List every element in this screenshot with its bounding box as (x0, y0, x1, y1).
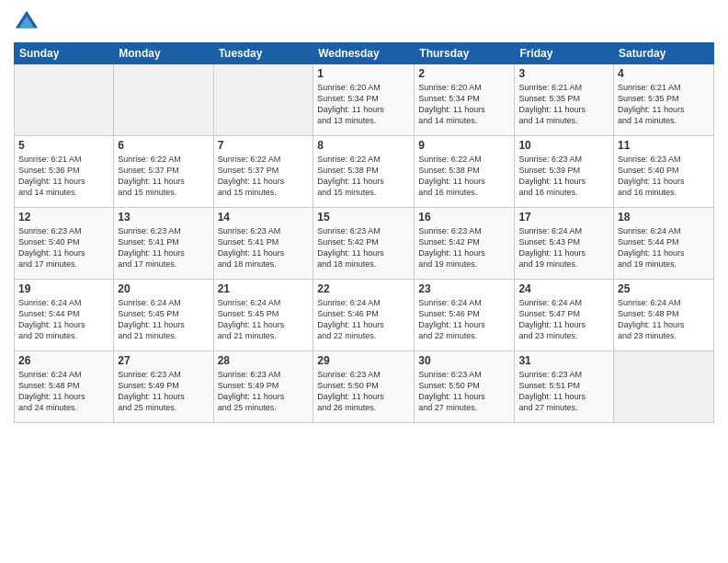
day-info: Sunrise: 6:23 AM Sunset: 5:42 PM Dayligh… (418, 225, 510, 270)
week-row-4: 19Sunrise: 6:24 AM Sunset: 5:44 PM Dayli… (15, 280, 714, 351)
weekday-header-thursday: Thursday (415, 43, 515, 64)
week-row-3: 12Sunrise: 6:23 AM Sunset: 5:40 PM Dayli… (15, 208, 714, 280)
day-info: Sunrise: 6:23 AM Sunset: 5:50 PM Dayligh… (317, 369, 410, 414)
weekday-header-monday: Monday (114, 43, 213, 64)
calendar-cell: 21Sunrise: 6:24 AM Sunset: 5:45 PM Dayli… (213, 280, 313, 351)
day-info: Sunrise: 6:22 AM Sunset: 5:37 PM Dayligh… (118, 154, 209, 199)
day-number: 15 (317, 211, 410, 224)
calendar-cell: 16Sunrise: 6:23 AM Sunset: 5:42 PM Dayli… (415, 208, 515, 280)
calendar-cell: 8Sunrise: 6:22 AM Sunset: 5:38 PM Daylig… (313, 136, 415, 208)
day-number: 16 (418, 211, 510, 224)
day-info: Sunrise: 6:24 AM Sunset: 5:43 PM Dayligh… (518, 225, 609, 270)
day-info: Sunrise: 6:24 AM Sunset: 5:45 PM Dayligh… (218, 297, 310, 342)
calendar-cell: 2Sunrise: 6:20 AM Sunset: 5:34 PM Daylig… (415, 64, 515, 136)
calendar-cell: 31Sunrise: 6:23 AM Sunset: 5:51 PM Dayli… (515, 351, 614, 423)
day-info: Sunrise: 6:23 AM Sunset: 5:40 PM Dayligh… (618, 154, 710, 199)
day-info: Sunrise: 6:24 AM Sunset: 5:44 PM Dayligh… (18, 297, 109, 342)
day-number: 27 (118, 354, 209, 367)
calendar-cell: 9Sunrise: 6:22 AM Sunset: 5:38 PM Daylig… (415, 136, 515, 208)
day-info: Sunrise: 6:20 AM Sunset: 5:34 PM Dayligh… (418, 82, 510, 127)
calendar-cell: 29Sunrise: 6:23 AM Sunset: 5:50 PM Dayli… (313, 351, 415, 423)
calendar-cell: 12Sunrise: 6:23 AM Sunset: 5:40 PM Dayli… (15, 208, 114, 280)
calendar-cell: 23Sunrise: 6:24 AM Sunset: 5:46 PM Dayli… (415, 280, 515, 351)
calendar-cell (15, 64, 114, 136)
day-number: 2 (418, 67, 510, 80)
calendar-cell: 26Sunrise: 6:24 AM Sunset: 5:48 PM Dayli… (15, 351, 114, 423)
day-number: 31 (518, 354, 609, 367)
day-number: 12 (18, 211, 109, 224)
day-number: 30 (418, 354, 510, 367)
day-info: Sunrise: 6:23 AM Sunset: 5:39 PM Dayligh… (518, 154, 609, 199)
day-info: Sunrise: 6:24 AM Sunset: 5:46 PM Dayligh… (418, 297, 510, 342)
day-info: Sunrise: 6:21 AM Sunset: 5:35 PM Dayligh… (618, 82, 710, 127)
weekday-header-friday: Friday (515, 43, 614, 64)
day-number: 6 (118, 139, 209, 152)
day-number: 17 (518, 211, 609, 224)
calendar-cell: 18Sunrise: 6:24 AM Sunset: 5:44 PM Dayli… (614, 208, 714, 280)
day-info: Sunrise: 6:24 AM Sunset: 5:45 PM Dayligh… (118, 297, 209, 342)
day-info: Sunrise: 6:23 AM Sunset: 5:40 PM Dayligh… (18, 225, 109, 270)
weekday-header-row: SundayMondayTuesdayWednesdayThursdayFrid… (15, 43, 714, 64)
calendar-cell: 15Sunrise: 6:23 AM Sunset: 5:42 PM Dayli… (313, 208, 415, 280)
day-info: Sunrise: 6:21 AM Sunset: 5:35 PM Dayligh… (518, 82, 609, 127)
calendar-cell: 20Sunrise: 6:24 AM Sunset: 5:45 PM Dayli… (114, 280, 213, 351)
calendar-cell: 19Sunrise: 6:24 AM Sunset: 5:44 PM Dayli… (15, 280, 114, 351)
calendar-cell: 24Sunrise: 6:24 AM Sunset: 5:47 PM Dayli… (515, 280, 614, 351)
calendar-cell: 1Sunrise: 6:20 AM Sunset: 5:34 PM Daylig… (313, 64, 415, 136)
logo-icon (14, 9, 40, 35)
day-number: 24 (518, 282, 609, 295)
day-number: 5 (18, 139, 109, 152)
day-number: 9 (418, 139, 510, 152)
weekday-header-wednesday: Wednesday (313, 43, 415, 64)
calendar-cell: 3Sunrise: 6:21 AM Sunset: 5:35 PM Daylig… (515, 64, 614, 136)
calendar: SundayMondayTuesdayWednesdayThursdayFrid… (14, 42, 714, 423)
day-info: Sunrise: 6:24 AM Sunset: 5:48 PM Dayligh… (618, 297, 710, 342)
weekday-header-saturday: Saturday (614, 43, 714, 64)
header (14, 9, 714, 35)
day-info: Sunrise: 6:23 AM Sunset: 5:49 PM Dayligh… (218, 369, 310, 414)
day-number: 21 (218, 282, 310, 295)
day-info: Sunrise: 6:23 AM Sunset: 5:41 PM Dayligh… (118, 225, 209, 270)
weekday-header-tuesday: Tuesday (213, 43, 313, 64)
calendar-cell: 27Sunrise: 6:23 AM Sunset: 5:49 PM Dayli… (114, 351, 213, 423)
calendar-cell (114, 64, 213, 136)
day-info: Sunrise: 6:23 AM Sunset: 5:50 PM Dayligh… (418, 369, 510, 414)
day-info: Sunrise: 6:21 AM Sunset: 5:36 PM Dayligh… (18, 154, 109, 199)
calendar-cell: 17Sunrise: 6:24 AM Sunset: 5:43 PM Dayli… (515, 208, 614, 280)
day-number: 26 (18, 354, 109, 367)
calendar-cell: 22Sunrise: 6:24 AM Sunset: 5:46 PM Dayli… (313, 280, 415, 351)
day-number: 10 (518, 139, 609, 152)
day-number: 11 (618, 139, 710, 152)
day-number: 23 (418, 282, 510, 295)
day-info: Sunrise: 6:22 AM Sunset: 5:38 PM Dayligh… (418, 154, 510, 199)
day-info: Sunrise: 6:23 AM Sunset: 5:51 PM Dayligh… (518, 369, 609, 414)
calendar-cell (213, 64, 313, 136)
calendar-cell: 5Sunrise: 6:21 AM Sunset: 5:36 PM Daylig… (15, 136, 114, 208)
logo (14, 9, 41, 35)
day-info: Sunrise: 6:22 AM Sunset: 5:37 PM Dayligh… (218, 154, 310, 199)
day-number: 28 (218, 354, 310, 367)
day-number: 19 (18, 282, 109, 295)
day-number: 1 (317, 67, 410, 80)
day-number: 13 (118, 211, 209, 224)
calendar-cell: 14Sunrise: 6:23 AM Sunset: 5:41 PM Dayli… (213, 208, 313, 280)
day-number: 25 (618, 282, 710, 295)
week-row-1: 1Sunrise: 6:20 AM Sunset: 5:34 PM Daylig… (15, 64, 714, 136)
calendar-cell: 10Sunrise: 6:23 AM Sunset: 5:39 PM Dayli… (515, 136, 614, 208)
day-info: Sunrise: 6:23 AM Sunset: 5:49 PM Dayligh… (118, 369, 209, 414)
day-number: 22 (317, 282, 410, 295)
calendar-cell: 7Sunrise: 6:22 AM Sunset: 5:37 PM Daylig… (213, 136, 313, 208)
day-info: Sunrise: 6:24 AM Sunset: 5:47 PM Dayligh… (518, 297, 609, 342)
day-number: 3 (518, 67, 609, 80)
week-row-5: 26Sunrise: 6:24 AM Sunset: 5:48 PM Dayli… (15, 351, 714, 423)
day-number: 7 (218, 139, 310, 152)
calendar-cell: 11Sunrise: 6:23 AM Sunset: 5:40 PM Dayli… (614, 136, 714, 208)
day-number: 4 (618, 67, 710, 80)
day-info: Sunrise: 6:24 AM Sunset: 5:48 PM Dayligh… (18, 369, 109, 414)
day-info: Sunrise: 6:22 AM Sunset: 5:38 PM Dayligh… (317, 154, 410, 199)
day-number: 20 (118, 282, 209, 295)
calendar-cell: 28Sunrise: 6:23 AM Sunset: 5:49 PM Dayli… (213, 351, 313, 423)
calendar-cell (614, 351, 714, 423)
calendar-cell: 6Sunrise: 6:22 AM Sunset: 5:37 PM Daylig… (114, 136, 213, 208)
calendar-cell: 30Sunrise: 6:23 AM Sunset: 5:50 PM Dayli… (415, 351, 515, 423)
